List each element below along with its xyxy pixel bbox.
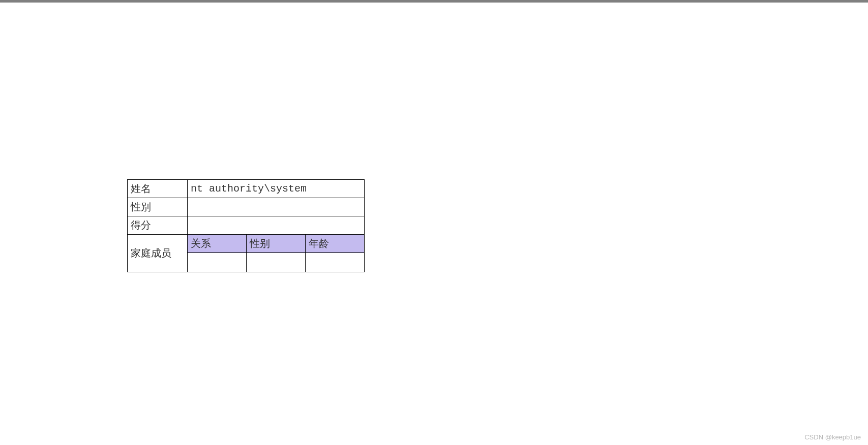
family-header-gender: 性别 [247,235,306,253]
name-label: 姓名 [128,180,188,198]
form-table: 姓名 nt authority\system 性别 得分 家庭成员 关系 性别 … [127,179,365,272]
score-value [188,216,365,235]
gender-value [188,198,365,216]
family-cell-relation [188,253,247,272]
score-label: 得分 [128,216,188,235]
family-cell-age [306,253,365,272]
family-cell-gender [247,253,306,272]
family-label: 家庭成员 [128,235,188,272]
form-table-container: 姓名 nt authority\system 性别 得分 家庭成员 关系 性别 … [127,179,365,272]
table-row: 得分 [128,216,365,235]
gender-label: 性别 [128,198,188,216]
table-row: 性别 [128,198,365,216]
family-header-age: 年龄 [306,235,365,253]
table-row: 家庭成员 关系 性别 年龄 [128,235,365,253]
watermark-text: CSDN @keepb1ue [804,433,861,441]
family-header-relation: 关系 [188,235,247,253]
table-row: 姓名 nt authority\system [128,180,365,198]
name-value: nt authority\system [188,180,365,198]
